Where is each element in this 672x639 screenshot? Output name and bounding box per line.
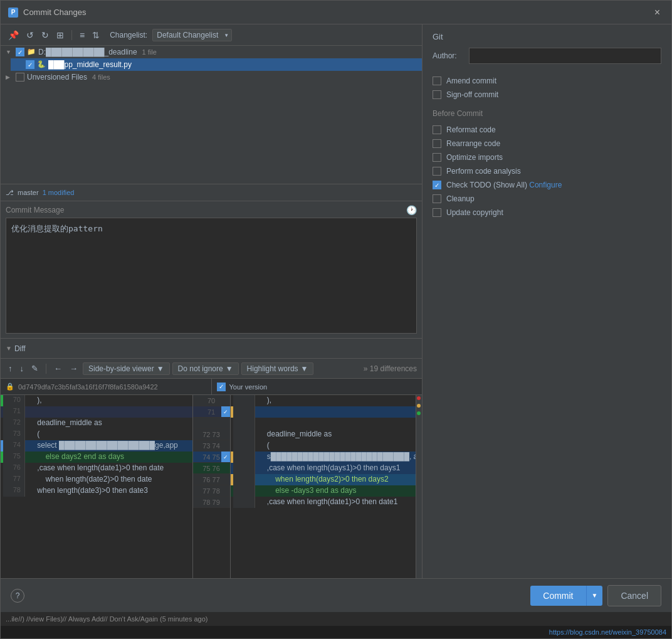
- right-scrollbar: [416, 395, 422, 578]
- highlight-arrow: ▼: [301, 364, 308, 373]
- group-button[interactable]: ⊞: [54, 29, 66, 41]
- diff-left-line-73: 73 (: [1, 429, 192, 440]
- cleanup-checkbox[interactable]: [433, 194, 441, 203]
- file-name: ███pp_middle_result.py: [48, 60, 132, 69]
- update-copyright-checkbox[interactable]: [433, 208, 441, 217]
- cleanup-row[interactable]: Cleanup: [433, 192, 661, 206]
- commit-message-header: Commit Message 🕐: [6, 205, 417, 215]
- amend-commit-row[interactable]: Amend commit: [433, 74, 661, 88]
- changelist-label: Changelist:: [110, 31, 147, 40]
- diff-right-line-72: [231, 418, 423, 429]
- tree-root-item[interactable]: ▼ 📁 D:███████████_deadline 1 file: [1, 46, 422, 58]
- cleanup-label: Cleanup: [446, 194, 475, 203]
- diff-up-button[interactable]: ↑: [6, 362, 15, 374]
- check-todo-checkbox[interactable]: [433, 181, 441, 189]
- changelist-select[interactable]: Default Changelist: [152, 29, 232, 41]
- root-folder-name: D:███████████_deadline: [38, 48, 137, 56]
- rearrange-row[interactable]: Rearrange code: [433, 137, 661, 151]
- footer: ? Commit ▼ Cancel: [1, 578, 671, 612]
- pin-button[interactable]: 📌: [6, 29, 21, 41]
- diff-next-button[interactable]: →: [67, 362, 80, 374]
- commit-btn-wrapper: Commit ▼: [530, 586, 602, 606]
- unversioned-badge: 4 files: [92, 73, 110, 81]
- diff-edit-button[interactable]: ✎: [29, 362, 41, 374]
- changelist-select-wrapper[interactable]: Default Changelist: [150, 29, 232, 41]
- diff-toolbar: ↑ ↓ ✎ ← → Side-by-side viewer ▼ Do not i…: [1, 359, 422, 379]
- path-right-checkbox[interactable]: [217, 383, 226, 391]
- commit-message-label: Commit Message: [6, 206, 64, 214]
- title-bar-left: P Commit Changes: [8, 8, 86, 18]
- viewer-dropdown[interactable]: Side-by-side viewer ▼: [83, 362, 170, 375]
- commit-button[interactable]: Commit: [530, 586, 585, 606]
- branch-bar: ⎇ master 1 modified: [1, 184, 422, 201]
- perform-checkbox[interactable]: [433, 167, 441, 176]
- collapse-button[interactable]: ⇅: [90, 29, 102, 41]
- commit-dropdown-button[interactable]: ▼: [586, 586, 603, 606]
- diff-right-line-71: [231, 406, 423, 418]
- root-badge: 1 file: [142, 48, 157, 56]
- window-title: Commit Changes: [23, 8, 86, 17]
- rearrange-checkbox[interactable]: [433, 139, 441, 148]
- before-commit-title: Before Commit: [433, 109, 661, 118]
- app-icon: P: [8, 8, 18, 18]
- diff-left-line-78: 78 when length(date3)>0 then date3: [1, 485, 192, 497]
- highlight-label: Highlight words: [247, 364, 298, 373]
- ignore-dropdown[interactable]: Do not ignore ▼: [172, 362, 239, 375]
- modified-badge: 1 modified: [43, 189, 75, 196]
- left-panel: 📌 ↺ ↻ ⊞ ≡ ⇅ Changelist: Default Changeli…: [1, 24, 423, 578]
- footer-right: Commit ▼ Cancel: [530, 585, 661, 606]
- reformat-checkbox[interactable]: [433, 125, 441, 134]
- sign-off-row[interactable]: Sign-off commit: [433, 88, 661, 102]
- diff-left-line-77: 77 when length(date2)>0 then date: [1, 474, 192, 485]
- scroll-indicator-red: [417, 396, 421, 400]
- diff-left-line-70: 70 ),: [1, 395, 192, 406]
- root-checkbox[interactable]: [16, 48, 24, 56]
- update-copyright-row[interactable]: Update copyright: [433, 206, 661, 219]
- amend-commit-checkbox[interactable]: [433, 77, 441, 85]
- expand-button[interactable]: ≡: [77, 29, 87, 41]
- diff-right-panel: ),: [231, 395, 423, 578]
- close-button[interactable]: ×: [651, 6, 664, 19]
- highlight-dropdown[interactable]: Highlight words ▼: [241, 362, 314, 375]
- refresh-button[interactable]: ↻: [39, 29, 51, 41]
- tree-file-item[interactable]: 🐍 ███pp_middle_result.py: [11, 58, 422, 71]
- perform-row[interactable]: Perform code analysis: [433, 164, 661, 178]
- unversioned-label: Unversioned Files: [27, 73, 87, 82]
- unversioned-checkbox[interactable]: [16, 73, 24, 82]
- folder-icon: 📁: [27, 48, 36, 56]
- diff-right-line-74: (: [231, 440, 423, 452]
- viewer-label: Side-by-side viewer: [88, 364, 154, 373]
- optimize-checkbox[interactable]: [433, 153, 441, 162]
- diff-left-panel: 70 ), 71: [1, 395, 193, 578]
- git-title: Git: [433, 32, 661, 41]
- diff-section: ▼ Diff ↑ ↓ ✎ ← → Side-by-side viewer ▼: [1, 338, 422, 578]
- diff-toggle[interactable]: ▼: [6, 345, 12, 352]
- commit-message-input[interactable]: 优化消息提取的pattern: [6, 218, 417, 334]
- diff-sep: [46, 364, 46, 374]
- author-input[interactable]: [469, 48, 661, 64]
- sign-off-checkbox[interactable]: [433, 90, 441, 99]
- ignore-arrow: ▼: [226, 364, 233, 373]
- help-button[interactable]: ?: [11, 589, 24, 603]
- file-checkbox[interactable]: [26, 60, 34, 69]
- diff-right-line-73: deadline_middle as: [231, 429, 423, 440]
- diff-right-line-78: else -days3 end as days: [231, 485, 423, 497]
- diff-prev-button[interactable]: ←: [51, 362, 65, 374]
- diff-count: » 19 differences: [364, 364, 417, 373]
- scroll-indicator-yellow: [417, 404, 421, 408]
- url-text: https://blog.csdn.net/weixin_39750084: [549, 628, 666, 636]
- right-panel: Git Author: Amend commit Sign-off commit…: [423, 24, 671, 578]
- diff-left-line-empty1: 71: [1, 406, 192, 418]
- url-bar: https://blog.csdn.net/weixin_39750084: [1, 626, 671, 638]
- unversioned-item[interactable]: ▶ Unversioned Files 4 files: [1, 71, 422, 83]
- diff-down-button[interactable]: ↓: [18, 362, 27, 374]
- configure-link[interactable]: Configure: [529, 181, 562, 189]
- optimize-row[interactable]: Optimize imports: [433, 151, 661, 164]
- cancel-button[interactable]: Cancel: [607, 585, 661, 606]
- author-label: Author:: [433, 51, 464, 60]
- scroll-indicator-green: [417, 411, 421, 415]
- reformat-row[interactable]: Reformat code: [433, 123, 661, 137]
- check-todo-row[interactable]: Check TODO (Show All) Configure: [433, 178, 661, 192]
- undo-button[interactable]: ↺: [24, 29, 36, 41]
- main-content: 📌 ↺ ↻ ⊞ ≡ ⇅ Changelist: Default Changeli…: [1, 24, 671, 578]
